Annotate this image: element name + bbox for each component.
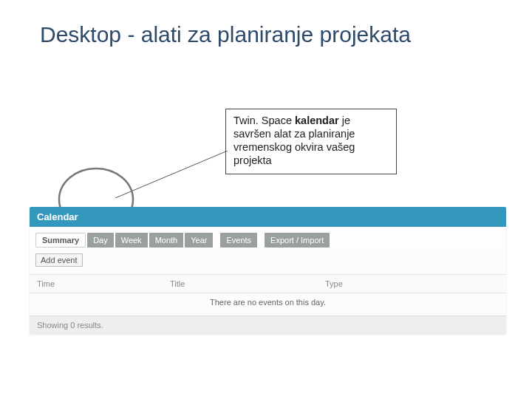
tab-export-import[interactable]: Export / Import <box>265 233 330 248</box>
svg-line-0 <box>115 151 228 198</box>
calendar-footer: Showing 0 results. <box>30 316 506 334</box>
title-accent: planiranje projekata <box>217 22 411 47</box>
slide-title: Desktop - alati za planiranje projekata <box>40 22 411 47</box>
tab-week[interactable]: Week <box>115 233 148 248</box>
callout-connector-line <box>115 151 228 198</box>
calendar-tabs: Summary Day Week Month Year Events Expor… <box>30 227 506 250</box>
calendar-columns-header: Time Title Type <box>30 274 506 293</box>
callout-text: Twin. Space kalendar je savršen alat za … <box>225 109 397 174</box>
calendar-header: Calendar <box>30 207 506 227</box>
column-title: Title <box>163 275 318 293</box>
tab-month[interactable]: Month <box>149 233 184 248</box>
tab-day[interactable]: Day <box>87 233 114 248</box>
tab-summary[interactable]: Summary <box>35 233 86 248</box>
tab-events[interactable]: Events <box>220 233 257 248</box>
add-event-button[interactable]: Add event <box>35 253 83 267</box>
title-prefix: Desktop - alati za <box>40 22 217 47</box>
callout-prefix: Twin. Space <box>233 115 295 126</box>
column-time: Time <box>30 275 163 293</box>
calendar-empty-message: There are no events on this day. <box>30 293 506 316</box>
column-type: Type <box>318 275 506 293</box>
callout-bold: kalendar <box>295 115 342 126</box>
tab-year[interactable]: Year <box>185 233 213 248</box>
calendar-widget: Calendar Summary Day Week Month Year Eve… <box>30 207 506 334</box>
